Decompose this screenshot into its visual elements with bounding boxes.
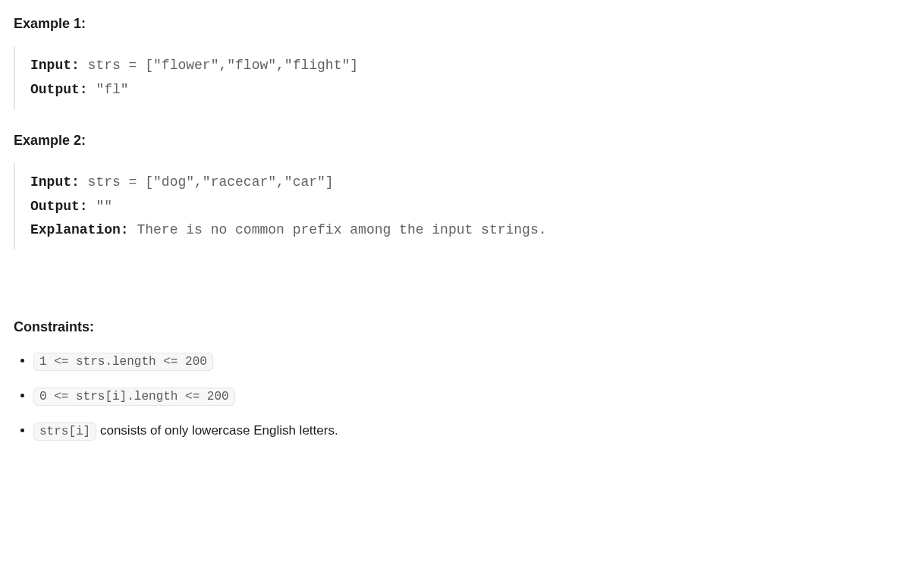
- example2-explanation-label: Explanation:: [30, 222, 129, 237]
- constraint-code: 1 <= strs.length <= 200: [33, 353, 213, 371]
- example2-codeblock: Input: strs = ["dog","racecar","car"] Ou…: [14, 163, 910, 250]
- constraint-text: consists of only lowercase English lette…: [96, 423, 338, 438]
- constraints-heading: Constraints:: [14, 317, 910, 337]
- example2-output-value: "": [88, 199, 112, 214]
- constraint-item: 0 <= strs[i].length <= 200: [33, 386, 910, 406]
- example2-explanation-value: There is no common prefix among the inpu…: [129, 222, 547, 237]
- constraint-item: 1 <= strs.length <= 200: [33, 351, 910, 371]
- example1-input-label: Input:: [30, 58, 80, 73]
- example1-input-value: strs = ["flower","flow","flight"]: [80, 58, 358, 73]
- constraints-list: 1 <= strs.length <= 200 0 <= strs[i].len…: [14, 351, 910, 441]
- example2-input-label: Input:: [30, 174, 80, 190]
- constraint-code: 0 <= strs[i].length <= 200: [33, 388, 235, 406]
- constraint-item: strs[i] consists of only lowercase Engli…: [33, 421, 910, 441]
- example1-heading: Example 1:: [14, 14, 910, 34]
- constraint-code: strs[i]: [33, 422, 96, 441]
- example1-codeblock: Input: strs = ["flower","flow","flight"]…: [14, 46, 910, 109]
- section-spacer: [14, 272, 910, 317]
- example2-heading: Example 2:: [14, 130, 910, 151]
- example1-output-label: Output:: [30, 82, 88, 97]
- example1-output-value: "fl": [88, 82, 129, 97]
- example2-output-label: Output:: [30, 199, 88, 214]
- example2-input-value: strs = ["dog","racecar","car"]: [80, 174, 334, 190]
